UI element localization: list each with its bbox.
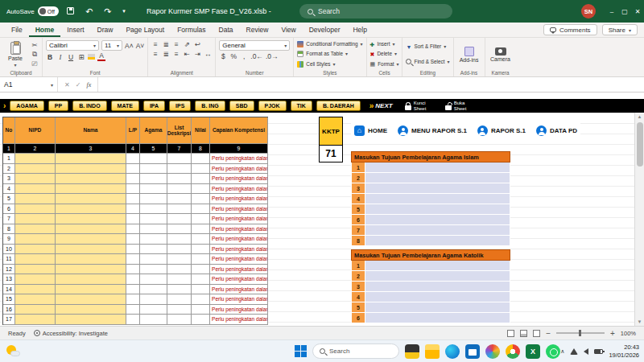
nama-cell[interactable] xyxy=(56,214,126,224)
camera-button[interactable]: Camera xyxy=(489,40,513,68)
nama-cell[interactable] xyxy=(56,194,126,204)
agama-cell[interactable] xyxy=(140,254,167,265)
capaian-cell[interactable]: Perlu peningkatan dalam hal xyxy=(210,154,268,164)
volume-icon[interactable] xyxy=(584,348,588,355)
ribbon-tab[interactable]: File xyxy=(5,23,29,37)
nilai-cell[interactable] xyxy=(192,154,210,164)
accessibility-status[interactable]: Accessibility: Investigate xyxy=(34,330,108,337)
agama-cell[interactable] xyxy=(140,194,167,204)
maximize-button[interactable]: ▢ xyxy=(618,0,631,23)
comma-icon[interactable]: , xyxy=(240,52,248,60)
list-deskripsi-cell[interactable] xyxy=(167,164,192,175)
format-cells-button[interactable]: ▦Format▾ xyxy=(370,61,399,67)
share-button[interactable]: Share▾ xyxy=(602,24,638,35)
decrease-indent-icon[interactable]: ⇤ xyxy=(183,50,191,58)
nilai-cell[interactable] xyxy=(192,274,210,285)
sheet-tab-button[interactable]: AGAMA xyxy=(10,101,43,111)
shrink-font-icon[interactable]: A˅ xyxy=(136,42,145,50)
agama-cell[interactable] xyxy=(140,245,167,255)
sheet-tab-button[interactable]: TIK xyxy=(291,101,312,111)
nilai-cell[interactable] xyxy=(192,245,210,255)
insert-function-icon[interactable]: fx xyxy=(86,81,91,88)
nilai-cell[interactable] xyxy=(192,194,210,204)
row-number-cell[interactable]: 1 xyxy=(3,154,15,164)
lp-cell[interactable] xyxy=(126,234,140,245)
nama-cell[interactable] xyxy=(56,154,126,164)
tujuan-input-cell[interactable] xyxy=(365,292,510,302)
agama-cell[interactable] xyxy=(140,305,167,315)
lp-cell[interactable] xyxy=(126,315,140,325)
nama-cell[interactable] xyxy=(56,164,126,175)
nama-cell[interactable] xyxy=(56,305,126,315)
sheet-tab-button[interactable]: B. INDO xyxy=(72,101,106,111)
lp-cell[interactable] xyxy=(126,274,140,285)
agama-cell[interactable] xyxy=(140,294,167,305)
lp-cell[interactable] xyxy=(126,245,140,255)
list-deskripsi-cell[interactable] xyxy=(167,245,192,255)
align-left-icon[interactable]: ≡ xyxy=(151,50,159,58)
capaian-cell[interactable]: Perlu peningkatan dalam hal xyxy=(210,274,268,285)
capaian-cell[interactable]: Perlu peningkatan dalam hal xyxy=(210,305,268,315)
align-bottom-icon[interactable]: ≡ xyxy=(172,40,180,48)
nipd-cell[interactable] xyxy=(15,285,56,295)
nama-cell[interactable] xyxy=(56,254,126,265)
zoom-level[interactable]: 100% xyxy=(621,330,636,337)
list-deskripsi-cell[interactable] xyxy=(167,224,192,235)
lp-cell[interactable] xyxy=(126,194,140,204)
capaian-cell[interactable]: Perlu peningkatan dalam hal xyxy=(210,285,268,295)
nipd-cell[interactable] xyxy=(15,254,56,265)
lp-cell[interactable] xyxy=(126,224,140,235)
nilai-cell[interactable] xyxy=(192,164,210,175)
addins-button[interactable]: Add-ins xyxy=(457,40,481,68)
sheet-tab-button[interactable]: IPS xyxy=(169,101,191,111)
list-deskripsi-cell[interactable] xyxy=(167,214,192,224)
tujuan-input-cell[interactable] xyxy=(365,162,510,173)
fill-color-icon[interactable] xyxy=(88,54,95,60)
tujuan-input-cell[interactable] xyxy=(365,236,510,246)
cut-icon[interactable]: ✂ xyxy=(31,41,39,49)
agama-cell[interactable] xyxy=(140,315,167,325)
taskbar-icon-store[interactable] xyxy=(465,344,480,359)
copy-icon[interactable]: ⧉ xyxy=(31,50,39,59)
cell-styles-button[interactable]: Cell Styles▾ xyxy=(297,61,362,68)
close-button[interactable]: ✕ xyxy=(631,0,644,23)
save-icon[interactable] xyxy=(64,6,77,16)
list-deskripsi-cell[interactable] xyxy=(167,194,192,204)
row-number-cell[interactable]: 15 xyxy=(3,294,15,305)
underline-icon[interactable]: U xyxy=(67,53,75,61)
agama-cell[interactable] xyxy=(140,184,167,195)
nama-cell[interactable] xyxy=(56,224,126,235)
capaian-cell[interactable]: Perlu peningkatan dalam hal xyxy=(210,265,268,275)
nipd-cell[interactable] xyxy=(15,174,56,184)
merge-center-icon[interactable]: ↔ xyxy=(204,50,212,58)
nama-cell[interactable] xyxy=(56,274,126,285)
list-deskripsi-cell[interactable] xyxy=(167,294,192,305)
find-select-button[interactable]: Find & Select▾ xyxy=(406,59,449,64)
sheet-tab-button[interactable]: IPA xyxy=(143,101,165,111)
align-right-icon[interactable]: ≡ xyxy=(172,50,180,58)
menu-rapor-button[interactable]: MENU RAPOR S.1 xyxy=(398,125,467,136)
capaian-cell[interactable]: Perlu peningkatan dalam hal xyxy=(210,174,268,184)
list-deskripsi-cell[interactable] xyxy=(167,254,192,265)
agama-cell[interactable] xyxy=(140,234,167,245)
capaian-cell[interactable]: Perlu peningkatan dalam hal xyxy=(210,214,268,224)
nama-cell[interactable] xyxy=(56,184,126,195)
capaian-cell[interactable]: Perlu peningkatan dalam hal xyxy=(210,184,268,195)
weather-widget[interactable] xyxy=(6,344,21,359)
undo-icon[interactable]: ↶ xyxy=(83,6,96,17)
format-as-table-button[interactable]: Format as Table▾ xyxy=(297,51,362,57)
lp-cell[interactable] xyxy=(126,204,140,215)
capaian-cell[interactable]: Perlu peningkatan dalam hal xyxy=(210,164,268,175)
tujuan-input-cell[interactable] xyxy=(365,194,510,204)
borders-icon[interactable]: ⊞ xyxy=(77,53,85,61)
unlock-sheet-button[interactable]: Buka Sheet xyxy=(445,101,473,112)
nipd-cell[interactable] xyxy=(15,265,56,275)
ribbon-tab[interactable]: Review xyxy=(240,23,275,37)
formula-input[interactable] xyxy=(98,77,644,92)
titlebar-search[interactable]: Search xyxy=(299,4,452,19)
list-deskripsi-cell[interactable] xyxy=(167,184,192,195)
start-button[interactable] xyxy=(295,345,307,357)
scroll-down-icon[interactable]: ▼ xyxy=(638,318,642,326)
agama-cell[interactable] xyxy=(140,164,167,175)
quick-access-chevron-icon[interactable]: ▾ xyxy=(120,8,128,14)
